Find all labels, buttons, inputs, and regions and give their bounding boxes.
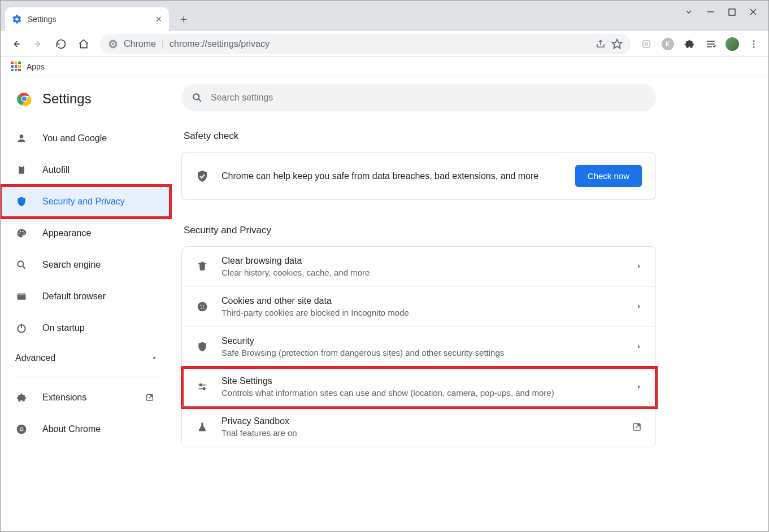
svg-marker-43 xyxy=(638,265,640,269)
svg-point-46 xyxy=(203,305,204,306)
row-subtitle: Safe Browsing (protection from dangerous… xyxy=(221,348,504,357)
sidebar-item-you-and-google[interactable]: You and Google xyxy=(1,123,169,154)
svg-point-16 xyxy=(753,43,755,45)
home-button[interactable] xyxy=(74,34,93,54)
row-privacy-sandbox[interactable]: Privacy Sandbox Trial features are on xyxy=(182,407,655,447)
sidebar-item-about-chrome[interactable]: About Chrome xyxy=(1,413,169,445)
cookie-icon xyxy=(195,301,209,312)
row-site-settings[interactable]: Site Settings Controls what information … xyxy=(182,367,655,407)
close-window-button[interactable] xyxy=(749,8,757,16)
sidebar-item-search-engine[interactable]: Search engine xyxy=(1,249,169,281)
extension-icon-2[interactable]: K xyxy=(659,35,677,53)
row-cookies[interactable]: Cookies and other site data Third-party … xyxy=(182,286,655,326)
profile-avatar[interactable] xyxy=(723,35,741,53)
svg-rect-10 xyxy=(643,41,650,47)
new-tab-button[interactable]: ＋ xyxy=(173,8,194,29)
clipboard-icon xyxy=(15,164,28,176)
sidebar-item-appearance[interactable]: Appearance xyxy=(1,217,169,249)
address-label: Chrome xyxy=(124,39,156,49)
address-bar[interactable]: Chrome | chrome://settings/privacy xyxy=(100,34,631,54)
chevron-down-icon xyxy=(151,355,158,361)
svg-marker-34 xyxy=(153,357,156,360)
chevron-right-icon xyxy=(636,304,642,309)
chevron-right-icon xyxy=(636,344,642,350)
sidebar-advanced-toggle[interactable]: Advanced xyxy=(1,344,176,372)
flask-icon xyxy=(195,421,209,433)
share-icon[interactable] xyxy=(596,39,606,49)
sidebar-item-default-browser[interactable]: Default browser xyxy=(1,281,169,312)
svg-point-47 xyxy=(201,307,202,308)
svg-point-15 xyxy=(753,40,755,42)
privacy-heading: Security and Privacy xyxy=(184,225,656,236)
safety-check-heading: Safety check xyxy=(184,130,656,142)
row-subtitle: Trial features are on xyxy=(221,428,297,438)
browser-tab[interactable]: Settings ✕ xyxy=(5,7,169,31)
apps-label[interactable]: Apps xyxy=(27,62,45,71)
browser-toolbar: Chrome | chrome://settings/privacy K xyxy=(1,31,768,57)
sidebar-item-autofill[interactable]: Autofill xyxy=(1,154,169,186)
palette-icon xyxy=(15,228,28,239)
extension-icon-1[interactable] xyxy=(637,35,655,53)
chrome-menu-button[interactable] xyxy=(745,35,763,53)
address-url: chrome://settings/privacy xyxy=(170,39,270,49)
back-button[interactable] xyxy=(6,34,25,54)
sidebar-item-security[interactable]: Security and Privacy xyxy=(1,186,170,217)
bookmarks-bar: Apps xyxy=(1,57,768,76)
svg-point-17 xyxy=(753,46,755,47)
bookmark-star-icon[interactable] xyxy=(611,38,623,50)
address-divider: | xyxy=(162,39,164,49)
open-external-icon xyxy=(632,422,642,432)
sidebar-item-label: Extensions xyxy=(42,393,86,403)
chrome-icon xyxy=(15,424,28,435)
browser-icon xyxy=(15,291,28,302)
reload-button[interactable] xyxy=(51,34,71,54)
svg-rect-31 xyxy=(18,293,26,295)
sidebar-item-label: Security and Privacy xyxy=(42,197,125,207)
check-now-button[interactable]: Check now xyxy=(575,165,642,187)
window-titlebar: Settings ✕ ＋ xyxy=(1,1,768,31)
apps-grid-icon[interactable] xyxy=(11,62,21,72)
svg-marker-55 xyxy=(638,385,640,389)
row-title: Privacy Sandbox xyxy=(221,416,297,426)
svg-point-44 xyxy=(198,302,207,312)
svg-rect-42 xyxy=(201,262,204,263)
row-security[interactable]: Security Safe Browsing (protection from … xyxy=(182,326,655,367)
row-title: Cookies and other site data xyxy=(221,296,409,306)
search-input[interactable] xyxy=(211,93,646,103)
chevron-right-icon xyxy=(636,264,642,269)
trash-icon xyxy=(195,261,209,272)
sidebar-item-label: About Chrome xyxy=(42,424,101,434)
svg-rect-41 xyxy=(198,263,206,264)
sidebar-separator xyxy=(15,377,164,377)
svg-point-38 xyxy=(20,428,23,430)
reading-list-icon[interactable] xyxy=(702,35,720,53)
settings-main: Safety check Chrome can help keep you sa… xyxy=(176,76,684,531)
row-subtitle: Clear history, cookies, cache, and more xyxy=(221,268,370,277)
safety-check-text: Chrome can help keep you safe from data … xyxy=(221,171,563,181)
sidebar-item-extensions[interactable]: Extensions xyxy=(1,382,169,413)
maximize-button[interactable] xyxy=(728,8,736,16)
close-icon[interactable]: ✕ xyxy=(155,15,162,24)
tab-title: Settings xyxy=(28,15,150,24)
svg-line-40 xyxy=(198,99,201,102)
svg-rect-53 xyxy=(200,384,202,386)
minimize-button[interactable] xyxy=(707,8,715,16)
sidebar-item-on-startup[interactable]: On startup xyxy=(1,312,169,344)
shield-icon xyxy=(195,341,209,352)
svg-point-21 xyxy=(20,134,24,138)
svg-point-11 xyxy=(645,42,648,45)
row-clear-browsing-data[interactable]: Clear browsing data Clear history, cooki… xyxy=(182,247,655,286)
svg-point-8 xyxy=(112,42,115,45)
chevron-down-icon[interactable] xyxy=(684,7,693,16)
forward-button[interactable] xyxy=(29,34,48,54)
svg-point-45 xyxy=(200,304,201,306)
svg-marker-9 xyxy=(612,39,622,48)
settings-search[interactable] xyxy=(181,84,656,111)
extensions-puzzle-icon[interactable] xyxy=(680,35,698,53)
svg-marker-50 xyxy=(638,345,640,349)
row-subtitle: Controls what information sites can use … xyxy=(221,388,554,398)
row-title: Site Settings xyxy=(221,376,554,386)
puzzle-icon xyxy=(15,392,28,403)
advanced-label: Advanced xyxy=(15,353,55,363)
sliders-icon xyxy=(195,381,209,393)
